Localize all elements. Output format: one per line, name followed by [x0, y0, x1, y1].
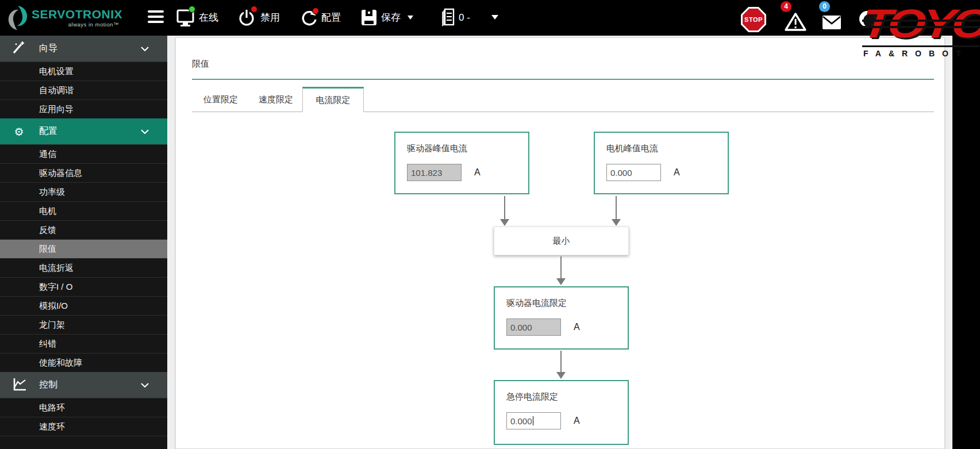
message-count-badge: 0	[819, 1, 830, 12]
save-icon[interactable]	[362, 10, 376, 25]
estop-current-limit-unit: A	[574, 416, 580, 426]
sidebar-section-label: 向导	[39, 43, 57, 55]
toyo-logo: TOYO FA&ROBOT	[861, 2, 980, 60]
tab-velocity-limits[interactable]: 速度限定	[249, 87, 302, 112]
online-status-dot	[189, 6, 195, 13]
warning-triangle-icon[interactable]	[784, 12, 807, 32]
sidebar-section-wizard[interactable]: 向导	[0, 36, 167, 62]
disabled-status-label: 禁用	[260, 11, 280, 24]
toyo-logo-subtitle: FA&ROBOT	[863, 49, 969, 58]
config-status-label: 配置	[321, 11, 341, 24]
sidebar-item-feedback[interactable]: 反馈	[0, 220, 167, 239]
sidebar-item-power-stage[interactable]: 功率级	[0, 182, 167, 201]
sidebar-section-label: 配置	[39, 125, 57, 137]
motor-peak-current-box: 电机峰值电流 0.000 A	[594, 132, 729, 194]
main-area: 限值 位置限定 速度限定 电流限定 驱动器峰值电流 101.823 A 电机峰值…	[167, 36, 952, 449]
estop-current-limit-box: 急停电流限定 0.000 A	[494, 380, 629, 445]
arrow-min-to-drive-limit	[556, 256, 566, 285]
gear-icon: ⚙	[10, 125, 28, 138]
sidebar-item-drive-info[interactable]: 驱动器信息	[0, 163, 167, 182]
sidebar-item-velocity-loop[interactable]: 速度环	[0, 417, 167, 436]
motor-peak-current-label: 电机峰值电流	[606, 143, 716, 154]
sidebar-item-app-wizard[interactable]: 应用向导	[0, 99, 167, 118]
estop-current-limit-input[interactable]: 0.000	[506, 412, 561, 429]
chevron-down-icon	[141, 47, 149, 51]
motor-peak-current-input[interactable]: 0.000	[606, 164, 661, 181]
content-card: 限值 位置限定 速度限定 电流限定 驱动器峰值电流 101.823 A 电机峰值…	[175, 37, 945, 449]
arrow-motor-peak-to-min	[612, 196, 621, 226]
arrow-drive-peak-to-min	[500, 196, 509, 226]
toyo-logo-rule	[862, 45, 979, 47]
sidebar-item-next-partial	[0, 436, 167, 449]
sidebar-item-motor[interactable]: 电机	[0, 201, 167, 220]
save-button[interactable]: 保存	[381, 11, 401, 24]
toyo-logo-stripe	[862, 26, 980, 28]
drive-current-limit-label: 驱动器电流限定	[506, 298, 616, 309]
drive-peak-current-unit: A	[474, 167, 481, 178]
sidebar-item-limits[interactable]: 限值	[0, 239, 167, 258]
drive-selector-value[interactable]: 0 -	[459, 11, 470, 24]
disabled-status-dot	[251, 6, 258, 13]
sidebar-item-error-correction[interactable]: 纠错	[0, 334, 167, 353]
sidebar-item-digital-io[interactable]: 数字I / O	[0, 277, 167, 296]
sidebar-item-autotune[interactable]: 自动调谐	[0, 80, 167, 99]
online-status-label: 在线	[199, 11, 218, 24]
drive-peak-current-input: 101.823	[407, 164, 462, 181]
tab-current-limits[interactable]: 电流限定	[302, 87, 364, 112]
warning-count-badge: 4	[781, 1, 791, 12]
drive-selector-caret[interactable]	[491, 15, 498, 20]
drive-current-limit-unit: A	[574, 322, 580, 332]
config-status-dot	[312, 7, 319, 14]
stop-button[interactable]: STOP	[741, 7, 766, 32]
text-cursor	[533, 416, 533, 425]
save-dropdown-caret[interactable]	[408, 16, 413, 20]
chevron-down-icon	[141, 129, 149, 134]
drive-peak-current-label: 驱动器峰值电流	[407, 143, 517, 154]
sidebar-section-control[interactable]: 控制	[0, 372, 167, 398]
menu-button[interactable]	[148, 10, 164, 26]
sidebar: 向导 电机设置 自动调谐 应用向导 ⚙ 配置 通信 驱动器信息 功率级 电机 反…	[0, 36, 167, 449]
wand-icon	[10, 40, 28, 57]
brand-name: SERVOTRONIX	[32, 7, 119, 21]
chevron-down-icon	[141, 383, 149, 387]
right-black-band	[952, 0, 980, 449]
servotronix-logo-icon	[6, 5, 30, 31]
motor-peak-current-unit: A	[674, 167, 680, 178]
drive-peak-current-box: 驱动器峰值电流 101.823 A	[394, 132, 529, 194]
tab-bar: 位置限定 速度限定 电流限定	[192, 87, 364, 112]
mail-icon[interactable]	[822, 15, 841, 30]
sidebar-item-analog-io[interactable]: 模拟I/O	[0, 296, 167, 315]
sidebar-item-enable-faults[interactable]: 使能和故障	[0, 353, 167, 372]
drive-current-limit-input: 0.000	[506, 318, 561, 336]
title-underline	[192, 79, 934, 80]
brand-tagline: always in motion™	[32, 21, 119, 28]
sidebar-section-config[interactable]: ⚙ 配置	[0, 118, 167, 144]
arrow-drive-limit-to-estop	[556, 351, 566, 379]
sidebar-item-current-loop[interactable]: 电路环	[0, 398, 167, 417]
sidebar-item-gantry[interactable]: 龙门架	[0, 315, 167, 334]
toyo-logo-title: TOYO	[860, 2, 980, 45]
sidebar-section-label: 控制	[39, 379, 57, 391]
estop-current-limit-label: 急停电流限定	[506, 392, 616, 402]
sidebar-item-current-foldback[interactable]: 电流折返	[0, 258, 167, 277]
sidebar-item-communication[interactable]: 通信	[0, 144, 167, 163]
drive-book-icon	[440, 8, 455, 28]
tab-position-limits[interactable]: 位置限定	[192, 87, 249, 112]
toyo-logo-stripe	[862, 20, 980, 22]
control-loop-icon	[10, 377, 28, 394]
min-node: 最小	[494, 227, 629, 255]
sidebar-item-motor-setup[interactable]: 电机设置	[0, 62, 167, 80]
top-bar: SERVOTRONIX always in motion™ 在线 禁用 配置 保…	[0, 0, 980, 36]
page-title: 限值	[192, 59, 209, 70]
brand-block: SERVOTRONIX always in motion™	[32, 7, 119, 28]
drive-current-limit-box: 驱动器电流限定 0.000 A	[494, 286, 629, 350]
